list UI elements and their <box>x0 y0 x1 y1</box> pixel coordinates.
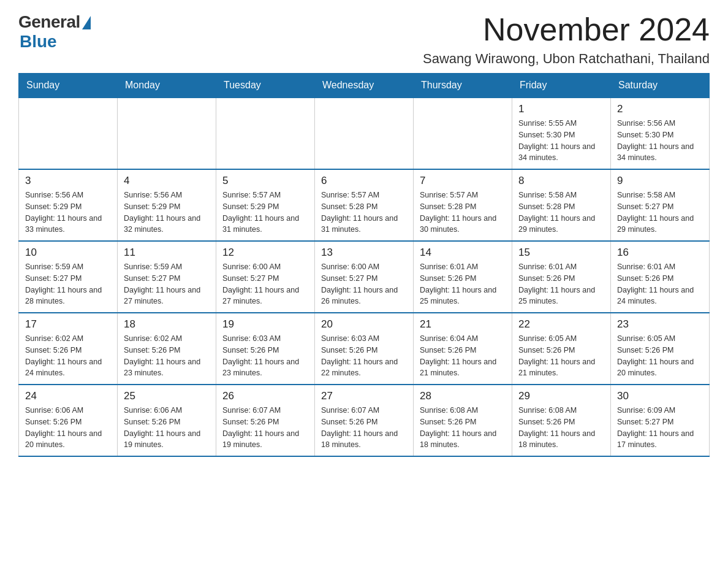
month-title: November 2024 <box>423 12 710 47</box>
day-info: Sunrise: 5:58 AMSunset: 5:27 PMDaylight:… <box>617 190 703 236</box>
day-info: Sunrise: 5:56 AMSunset: 5:29 PMDaylight:… <box>25 190 111 236</box>
cell-w2-d7: 9Sunrise: 5:58 AMSunset: 5:27 PMDaylight… <box>611 169 710 241</box>
header-tuesday: Tuesday <box>216 74 315 98</box>
day-number: 27 <box>321 390 407 402</box>
header-friday: Friday <box>512 74 611 98</box>
day-info: Sunrise: 6:00 AMSunset: 5:27 PMDaylight:… <box>222 261 308 307</box>
day-number: 25 <box>124 390 210 402</box>
cell-w2-d5: 7Sunrise: 5:57 AMSunset: 5:28 PMDaylight… <box>414 169 512 241</box>
day-number: 4 <box>124 175 210 187</box>
day-info: Sunrise: 6:02 AMSunset: 5:26 PMDaylight:… <box>25 333 111 379</box>
cell-w4-d2: 18Sunrise: 6:02 AMSunset: 5:26 PMDayligh… <box>118 313 216 385</box>
day-info: Sunrise: 6:04 AMSunset: 5:26 PMDaylight:… <box>420 333 506 379</box>
day-number: 16 <box>617 247 703 259</box>
cell-w1-d6: 1Sunrise: 5:55 AMSunset: 5:30 PMDaylight… <box>512 98 611 169</box>
cell-w1-d2 <box>118 98 216 169</box>
day-number: 10 <box>25 247 111 259</box>
cell-w3-d1: 10Sunrise: 5:59 AMSunset: 5:27 PMDayligh… <box>19 241 118 313</box>
day-info: Sunrise: 6:06 AMSunset: 5:26 PMDaylight:… <box>124 405 210 451</box>
header-sunday: Sunday <box>19 74 118 98</box>
cell-w3-d4: 13Sunrise: 6:00 AMSunset: 5:27 PMDayligh… <box>315 241 414 313</box>
day-info: Sunrise: 6:03 AMSunset: 5:26 PMDaylight:… <box>222 333 308 379</box>
header-monday: Monday <box>118 74 216 98</box>
day-number: 20 <box>321 318 407 331</box>
day-number: 13 <box>321 247 407 259</box>
header-saturday: Saturday <box>611 74 710 98</box>
logo-general-text: General <box>18 12 80 32</box>
cell-w3-d3: 12Sunrise: 6:00 AMSunset: 5:27 PMDayligh… <box>216 241 315 313</box>
day-number: 15 <box>518 247 604 259</box>
day-info: Sunrise: 6:06 AMSunset: 5:26 PMDaylight:… <box>25 405 111 451</box>
cell-w1-d3 <box>216 98 315 169</box>
cell-w5-d6: 29Sunrise: 6:08 AMSunset: 5:26 PMDayligh… <box>512 385 611 456</box>
day-number: 1 <box>518 103 604 115</box>
cell-w4-d5: 21Sunrise: 6:04 AMSunset: 5:26 PMDayligh… <box>414 313 512 385</box>
day-number: 14 <box>420 247 506 259</box>
day-number: 23 <box>617 318 703 331</box>
day-info: Sunrise: 6:07 AMSunset: 5:26 PMDaylight:… <box>321 405 407 451</box>
header-row: Sunday Monday Tuesday Wednesday Thursday… <box>19 74 710 98</box>
cell-w4-d6: 22Sunrise: 6:05 AMSunset: 5:26 PMDayligh… <box>512 313 611 385</box>
day-info: Sunrise: 5:59 AMSunset: 5:27 PMDaylight:… <box>25 261 111 307</box>
day-info: Sunrise: 6:03 AMSunset: 5:26 PMDaylight:… <box>321 333 407 379</box>
day-info: Sunrise: 5:58 AMSunset: 5:28 PMDaylight:… <box>518 190 604 236</box>
logo-triangle-icon <box>82 16 91 29</box>
day-number: 7 <box>420 175 506 187</box>
cell-w5-d7: 30Sunrise: 6:09 AMSunset: 5:27 PMDayligh… <box>611 385 710 456</box>
day-info: Sunrise: 6:05 AMSunset: 5:26 PMDaylight:… <box>518 333 604 379</box>
header-wednesday: Wednesday <box>315 74 414 98</box>
cell-w3-d2: 11Sunrise: 5:59 AMSunset: 5:27 PMDayligh… <box>118 241 216 313</box>
day-info: Sunrise: 5:59 AMSunset: 5:27 PMDaylight:… <box>124 261 210 307</box>
day-number: 19 <box>222 318 308 331</box>
cell-w4-d3: 19Sunrise: 6:03 AMSunset: 5:26 PMDayligh… <box>216 313 315 385</box>
cell-w2-d3: 5Sunrise: 5:57 AMSunset: 5:29 PMDaylight… <box>216 169 315 241</box>
cell-w3-d5: 14Sunrise: 6:01 AMSunset: 5:26 PMDayligh… <box>414 241 512 313</box>
day-info: Sunrise: 6:07 AMSunset: 5:26 PMDaylight:… <box>222 405 308 451</box>
day-info: Sunrise: 5:57 AMSunset: 5:29 PMDaylight:… <box>222 190 308 236</box>
day-info: Sunrise: 6:09 AMSunset: 5:27 PMDaylight:… <box>617 405 703 451</box>
day-number: 2 <box>617 103 703 115</box>
day-info: Sunrise: 5:56 AMSunset: 5:30 PMDaylight:… <box>617 118 703 164</box>
day-info: Sunrise: 6:05 AMSunset: 5:26 PMDaylight:… <box>617 333 703 379</box>
cell-w3-d6: 15Sunrise: 6:01 AMSunset: 5:26 PMDayligh… <box>512 241 611 313</box>
day-number: 22 <box>518 318 604 331</box>
day-number: 21 <box>420 318 506 331</box>
day-number: 30 <box>617 390 703 402</box>
cell-w2-d1: 3Sunrise: 5:56 AMSunset: 5:29 PMDaylight… <box>19 169 118 241</box>
cell-w1-d5 <box>414 98 512 169</box>
day-info: Sunrise: 6:01 AMSunset: 5:26 PMDaylight:… <box>518 261 604 307</box>
cell-w2-d6: 8Sunrise: 5:58 AMSunset: 5:28 PMDaylight… <box>512 169 611 241</box>
cell-w2-d2: 4Sunrise: 5:56 AMSunset: 5:29 PMDaylight… <box>118 169 216 241</box>
day-number: 6 <box>321 175 407 187</box>
calendar-body: 1Sunrise: 5:55 AMSunset: 5:30 PMDaylight… <box>19 98 710 456</box>
day-number: 17 <box>25 318 111 331</box>
cell-w5-d1: 24Sunrise: 6:06 AMSunset: 5:26 PMDayligh… <box>19 385 118 456</box>
cell-w1-d4 <box>315 98 414 169</box>
day-info: Sunrise: 5:56 AMSunset: 5:29 PMDaylight:… <box>124 190 210 236</box>
cell-w5-d2: 25Sunrise: 6:06 AMSunset: 5:26 PMDayligh… <box>118 385 216 456</box>
day-info: Sunrise: 5:55 AMSunset: 5:30 PMDaylight:… <box>518 118 604 164</box>
day-info: Sunrise: 6:02 AMSunset: 5:26 PMDaylight:… <box>124 333 210 379</box>
cell-w3-d7: 16Sunrise: 6:01 AMSunset: 5:26 PMDayligh… <box>611 241 710 313</box>
title-section: November 2024 Sawang Wirawong, Ubon Ratc… <box>423 12 710 67</box>
week-row-2: 3Sunrise: 5:56 AMSunset: 5:29 PMDaylight… <box>19 169 710 241</box>
day-number: 29 <box>518 390 604 402</box>
logo-blue-text: Blue <box>20 32 57 52</box>
week-row-1: 1Sunrise: 5:55 AMSunset: 5:30 PMDaylight… <box>19 98 710 169</box>
day-info: Sunrise: 6:08 AMSunset: 5:26 PMDaylight:… <box>420 405 506 451</box>
week-row-4: 17Sunrise: 6:02 AMSunset: 5:26 PMDayligh… <box>19 313 710 385</box>
location-title: Sawang Wirawong, Ubon Ratchathani, Thail… <box>423 51 710 67</box>
cell-w4-d4: 20Sunrise: 6:03 AMSunset: 5:26 PMDayligh… <box>315 313 414 385</box>
logo: General Blue <box>18 12 91 52</box>
day-info: Sunrise: 6:00 AMSunset: 5:27 PMDaylight:… <box>321 261 407 307</box>
cell-w1-d7: 2Sunrise: 5:56 AMSunset: 5:30 PMDaylight… <box>611 98 710 169</box>
header-thursday: Thursday <box>414 74 512 98</box>
cell-w5-d4: 27Sunrise: 6:07 AMSunset: 5:26 PMDayligh… <box>315 385 414 456</box>
cell-w1-d1 <box>19 98 118 169</box>
cell-w4-d1: 17Sunrise: 6:02 AMSunset: 5:26 PMDayligh… <box>19 313 118 385</box>
day-number: 3 <box>25 175 111 187</box>
day-number: 8 <box>518 175 604 187</box>
day-info: Sunrise: 6:01 AMSunset: 5:26 PMDaylight:… <box>420 261 506 307</box>
day-number: 26 <box>222 390 308 402</box>
day-number: 18 <box>124 318 210 331</box>
